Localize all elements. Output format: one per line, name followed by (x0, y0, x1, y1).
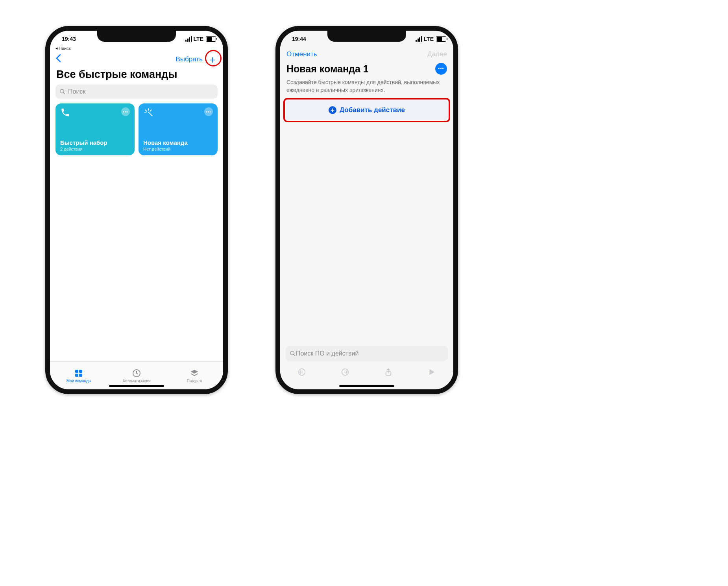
svg-line-1 (63, 92, 65, 94)
more-icon[interactable] (121, 107, 130, 116)
card-subtitle: 2 действия (60, 147, 130, 151)
search-icon (59, 88, 66, 95)
options-button[interactable] (435, 63, 447, 75)
phone-left: 19:43 LTE ◂ Поиск Выбрать ＋ Все быстрые … (45, 26, 228, 394)
signal-icon (416, 36, 422, 42)
wand-icon (143, 107, 153, 119)
select-button[interactable]: Выбрать (176, 55, 203, 63)
phone-icon (60, 107, 70, 119)
tab-label: Автоматизация (122, 379, 150, 383)
back-search-label: Поиск (59, 46, 70, 51)
editor-toolbar (280, 363, 453, 382)
card-title: Новая команда (143, 139, 213, 146)
cancel-button[interactable]: Отменить (286, 50, 317, 58)
shortcut-card[interactable]: Быстрый набор 2 действия (55, 103, 135, 155)
search-placeholder: Поиск ПО и действий (296, 350, 358, 357)
add-action-wrap: ＋ Добавить действие (286, 100, 448, 120)
svg-rect-9 (75, 374, 78, 377)
tab-gallery[interactable]: Галерея (165, 362, 223, 389)
search-placeholder: Поиск (68, 88, 85, 95)
tab-my-shortcuts[interactable]: Мои команды (50, 362, 108, 389)
add-button[interactable]: ＋ (207, 54, 218, 64)
page-title: Все быстрые команды (50, 68, 223, 85)
shortcut-card[interactable]: Новая команда Нет действий (139, 103, 218, 155)
svg-line-4 (150, 110, 151, 111)
page-title: Новая команда 1 (286, 63, 369, 75)
status-time: 19:44 (292, 36, 306, 42)
title-row: Новая команда 1 (280, 61, 453, 77)
svg-rect-7 (75, 370, 78, 373)
nav-bar: Выбрать ＋ (50, 52, 223, 68)
add-action-label: Добавить действие (340, 106, 405, 114)
search-icon (290, 350, 296, 357)
share-button[interactable] (384, 368, 393, 378)
card-title: Быстрый набор (60, 139, 130, 146)
clock-icon (132, 369, 141, 378)
network-label: LTE (424, 36, 434, 42)
card-subtitle: Нет действий (143, 147, 213, 151)
svg-line-13 (294, 354, 295, 356)
shortcut-cards: Быстрый набор 2 действия Новая команда Н… (50, 103, 223, 155)
modal-nav: Отменить Далее (280, 46, 453, 61)
battery-icon (206, 36, 216, 42)
svg-rect-8 (79, 370, 82, 373)
description-text: Создавайте быстрые команды для действий,… (280, 77, 453, 100)
network-label: LTE (194, 36, 203, 42)
add-action-button[interactable]: ＋ Добавить действие (286, 100, 448, 120)
grid-icon (74, 369, 83, 378)
plus-circle-icon: ＋ (329, 106, 336, 114)
run-button[interactable] (427, 368, 436, 378)
redo-button[interactable] (341, 368, 349, 378)
layers-icon (190, 369, 199, 378)
screen-right: 19:44 LTE Отменить Далее Новая команда 1… (280, 31, 453, 389)
search-input[interactable]: Поиск (55, 85, 218, 99)
action-search-input[interactable]: Поиск ПО и действий (286, 346, 448, 361)
svg-line-3 (145, 110, 146, 111)
phone-right: 19:44 LTE Отменить Далее Новая команда 1… (275, 26, 458, 394)
svg-line-6 (148, 112, 152, 116)
battery-icon (436, 36, 446, 42)
signal-icon (185, 36, 192, 42)
svg-rect-10 (79, 374, 82, 377)
screen-left: 19:43 LTE ◂ Поиск Выбрать ＋ Все быстрые … (50, 31, 223, 389)
notch (327, 31, 406, 42)
next-button[interactable]: Далее (427, 50, 447, 58)
back-button[interactable] (55, 53, 61, 65)
tab-label: Мои команды (67, 379, 91, 383)
more-icon[interactable] (204, 107, 213, 116)
notch (97, 31, 176, 42)
caret-left-icon: ◂ (55, 46, 58, 51)
undo-button[interactable] (297, 368, 306, 378)
tab-label: Галерея (187, 379, 202, 383)
back-to-search[interactable]: ◂ Поиск (55, 46, 223, 51)
status-time: 19:43 (62, 36, 76, 42)
home-indicator[interactable] (109, 385, 164, 387)
home-indicator[interactable] (339, 385, 394, 387)
